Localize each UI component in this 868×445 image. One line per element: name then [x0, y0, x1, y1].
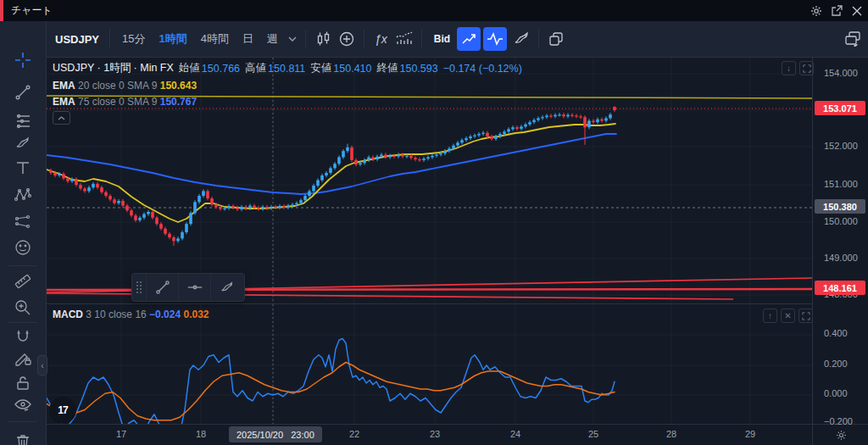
pane-maximize-icon[interactable]: [799, 61, 814, 75]
text-tool-icon[interactable]: [7, 156, 39, 180]
price-badge-148.161: 148.161: [815, 281, 865, 295]
legend-collapse-button[interactable]: [53, 111, 70, 125]
sidebar-divider: [8, 421, 37, 422]
macd-params: 3 10 close 16: [86, 309, 146, 320]
tradingview-chart-window: チャート USDJPY 15分 1時間 4時間 日 週: [0, 0, 868, 445]
interval-15m[interactable]: 15分: [115, 31, 152, 47]
waveform-icon[interactable]: [483, 27, 507, 51]
indicator-templates-icon[interactable]: [392, 27, 416, 51]
crosshair-icon[interactable]: [7, 48, 39, 72]
open-in-new-icon[interactable]: [831, 5, 843, 17]
macd-name: MACD: [53, 309, 83, 320]
ema20-legend[interactable]: EMA 20 close 0 SMA 9 150.643: [53, 80, 522, 92]
axis-settings-gear-icon[interactable]: [836, 430, 847, 441]
low-value: 150.410: [333, 63, 371, 75]
symbol-button[interactable]: USDJPY: [50, 33, 104, 46]
time-tick-29: 29: [738, 429, 762, 439]
sidebar-divider: [8, 265, 37, 266]
candlestick-style-icon[interactable]: [311, 27, 335, 51]
macd-signal-value: 0.032: [183, 309, 209, 320]
compare-add-icon[interactable]: [335, 27, 359, 51]
macd-value: −0.024: [149, 309, 181, 320]
trend-line-icon[interactable]: [146, 274, 178, 301]
magnet-icon[interactable]: [7, 325, 39, 349]
price-pane-controls: ↓: [782, 61, 814, 75]
hide-drawings-eye-icon[interactable]: [7, 393, 39, 417]
macd-tick: 0.200: [824, 359, 848, 369]
floating-drawing-toolbar: [131, 273, 245, 302]
interval-day[interactable]: 日: [236, 31, 260, 47]
zoom-in-icon[interactable]: [7, 296, 39, 320]
price-tick: 149.000: [824, 253, 858, 263]
ema75-legend[interactable]: EMA 75 close 0 SMA 9 150.767: [53, 96, 522, 108]
time-tick-28: 28: [659, 429, 683, 439]
indicator-params: 20 close 0 SMA 9: [78, 80, 157, 92]
indicator-value: 150.643: [160, 80, 197, 92]
price-tick: 151.000: [824, 179, 858, 189]
sidebar-collapse-toggle[interactable]: ‹: [37, 355, 47, 375]
horizontal-line-icon[interactable]: [178, 274, 210, 301]
time-axis[interactable]: 17182223242528292025/10/20 23:00: [47, 424, 812, 445]
pane-down-icon[interactable]: ↓: [782, 61, 796, 75]
brush-icon[interactable]: [210, 274, 242, 301]
macd-tick: 0.400: [824, 328, 848, 338]
chart-area[interactable]: USDJPY · 1時間 · Min FX 始値150.766 高値150.81…: [47, 58, 868, 445]
macd-pane-controls: ↑ ✕: [763, 309, 813, 323]
parallel-lines-icon[interactable]: [7, 109, 39, 133]
macd-pane[interactable]: [47, 303, 812, 424]
high-label: 高値: [245, 61, 266, 75]
macd-legend[interactable]: MACD 3 10 close 16 −0.024 0.032: [53, 309, 209, 320]
line-chart-icon[interactable]: [457, 27, 481, 51]
close-icon[interactable]: [851, 5, 863, 17]
brush-tool-icon[interactable]: [7, 131, 39, 155]
pane-maximize-icon[interactable]: [798, 309, 813, 323]
toolbar-separator: [109, 30, 110, 48]
time-tick-17: 17: [109, 429, 133, 439]
indicator-name: EMA: [53, 80, 75, 92]
time-tick-22: 22: [342, 429, 366, 439]
high-value: 150.811: [268, 63, 305, 75]
time-tick-24: 24: [504, 429, 527, 439]
settings-gear-icon[interactable]: [810, 5, 822, 17]
price-tick: 150.000: [824, 216, 858, 226]
legend-title[interactable]: USDJPY · 1時間 · Min FX: [53, 61, 174, 75]
chart-toolbar: USDJPY 15分 1時間 4時間 日 週 ƒx Bid: [47, 21, 868, 58]
drawing-sidebar: [0, 21, 47, 445]
drag-handle-icon[interactable]: [132, 274, 146, 301]
price-tick: 152.000: [824, 141, 858, 151]
time-tick-23: 23: [423, 429, 447, 439]
sidebar-divider: [8, 322, 37, 323]
pane-up-icon[interactable]: ↑: [763, 309, 777, 323]
window-title: チャート: [11, 3, 53, 18]
price-tick: 154.000: [824, 68, 858, 78]
interval-week[interactable]: 週: [260, 31, 285, 47]
interval-1h[interactable]: 1時間: [153, 31, 194, 47]
tradingview-logo[interactable]: 17: [49, 397, 76, 424]
lock-drawings-icon[interactable]: [7, 371, 39, 395]
price-badge-150.380: 150.380: [815, 199, 865, 214]
duplicate-icon[interactable]: [544, 27, 568, 51]
interval-4h[interactable]: 4時間: [194, 31, 236, 47]
drawing-mode-pencil-icon[interactable]: [7, 347, 39, 370]
time-marker-badge: 2025/10/20 23:00: [229, 426, 322, 442]
xabcd-pattern-icon[interactable]: [7, 183, 39, 207]
macd-tick: 0.000: [824, 388, 848, 398]
interval-chevron-down-icon[interactable]: [285, 27, 300, 51]
indicators-fx-icon[interactable]: ƒx: [370, 32, 392, 46]
emoji-icon[interactable]: [7, 236, 39, 259]
close-label: 終値: [377, 61, 398, 75]
bid-button[interactable]: Bid: [427, 33, 457, 45]
brush-icon[interactable]: [509, 27, 533, 51]
low-label: 安値: [310, 61, 331, 75]
ruler-icon[interactable]: [7, 270, 39, 293]
projection-icon[interactable]: [7, 209, 39, 233]
price-axis[interactable]: 154.000152.000151.000150.000149.000148.0…: [812, 58, 868, 445]
open-value: 150.766: [202, 63, 240, 75]
toolbar-separator: [305, 30, 306, 48]
pane-close-icon[interactable]: ✕: [781, 309, 795, 323]
trend-line-icon[interactable]: [7, 81, 39, 104]
indicator-value: 150.767: [160, 96, 197, 108]
macd-grid: [47, 304, 812, 424]
remove-drawings-trash-icon[interactable]: [7, 429, 39, 445]
multichart-layout-icon[interactable]: [841, 27, 865, 51]
